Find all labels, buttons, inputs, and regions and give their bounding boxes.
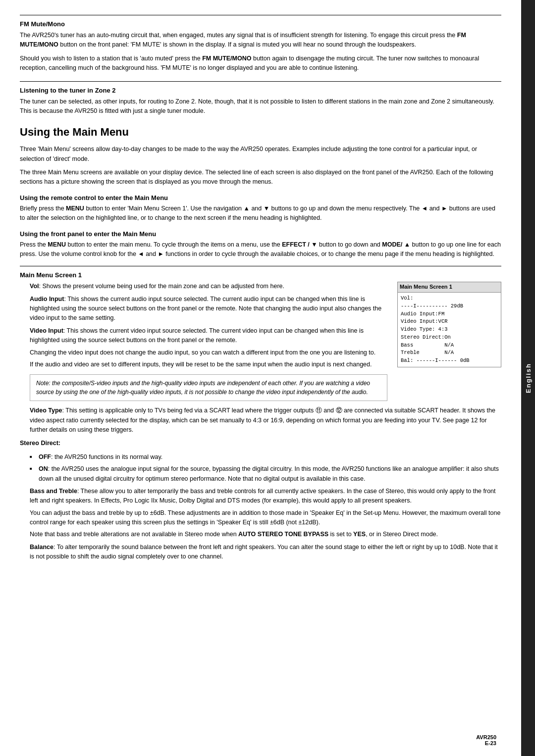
screen-line-stereo: Stereo Direct:On: [401, 334, 498, 342]
audio-input-def: Audio Input: This shows the current audi…: [30, 295, 387, 323]
screen-line-vol-bar: ----I---------- 29dB: [401, 302, 498, 310]
screen-line-bal: Bal: ------I------ 0dB: [401, 357, 498, 365]
screen-line-treble: Treble N/A: [401, 349, 498, 357]
mm-layout: Vol: Shows the present volume being used…: [20, 282, 501, 406]
mm-left-column: Vol: Shows the present volume being used…: [20, 282, 387, 406]
main-menu-intro1: Three 'Main Menu' screens allow day-to-d…: [20, 145, 501, 164]
fm-mute-para2: Should you wish to listen to a station t…: [20, 54, 501, 73]
stereo-off-item: OFF: the AVR250 functions in its normal …: [30, 453, 501, 462]
language-tab: English: [521, 0, 535, 756]
mm-screen1-section: Main Menu Screen 1 Vol: Shows the presen…: [20, 266, 501, 561]
main-menu-heading: Using the Main Menu: [20, 126, 501, 139]
screen-body: Vol: ----I---------- 29dB Audio Input:FM…: [398, 293, 501, 367]
stereo-direct-list: OFF: the AVR250 functions in its normal …: [30, 453, 501, 484]
stereo-on-item: ON: the AVR250 uses the analogue input s…: [30, 464, 501, 484]
screen-line-bass: Bass N/A: [401, 342, 498, 350]
screen-line-video-type: Video Type: 4:3: [401, 326, 498, 334]
zone2-section: Listening to the tuner in Zone 2 The tun…: [20, 81, 501, 116]
screen-title-bar: Main Menu Screen 1: [398, 282, 501, 293]
note-box: Note: the composite/S-video inputs and t…: [30, 374, 387, 401]
main-menu-intro2: The three Main Menu screens are availabl…: [20, 168, 501, 187]
fm-mute-para1: The AVR250's tuner has an auto-muting ci…: [20, 31, 501, 50]
mm-screen1-heading: Main Menu Screen 1: [20, 271, 501, 279]
zone2-heading: Listening to the tuner in Zone 2: [20, 87, 501, 94]
fm-mute-heading: FM Mute/Mono: [20, 20, 501, 28]
model-number: AVR250: [476, 734, 496, 740]
screen-display: Main Menu Screen 1 Vol: ----I---------- …: [397, 282, 501, 367]
page-number: E-23: [476, 740, 496, 746]
stereo-direct-heading: Stereo Direct:: [20, 439, 501, 448]
mm-screen-mockup: Main Menu Screen 1 Vol: ----I---------- …: [397, 282, 501, 367]
page-footer: AVR250 E-23: [476, 734, 496, 746]
screen-line-video-input: Video Input:VCR: [401, 318, 498, 326]
balance-def: Balance: To alter temporarily the sound …: [30, 543, 501, 562]
remote-heading: Using the remote control to enter the Ma…: [20, 194, 501, 202]
video-input-def: Video Input: This shows the current vide…: [30, 326, 387, 370]
remote-text: Briefly press the MENU button to enter '…: [20, 204, 501, 223]
screen-line-vol: Vol:: [401, 295, 498, 302]
zone2-para: The tuner can be selected, as other inpu…: [20, 97, 501, 116]
screen-line-audio: Audio Input:FM: [401, 310, 498, 318]
front-panel-heading: Using the front panel to enter the Main …: [20, 230, 501, 238]
vol-def: Vol: Shows the present volume being used…: [30, 282, 387, 291]
language-label: English: [525, 363, 532, 393]
front-panel-text: Press the MENU button to enter the main …: [20, 240, 501, 259]
video-type-def: Video Type: This setting is applicable o…: [30, 406, 501, 435]
fm-mute-section: FM Mute/Mono The AVR250's tuner has an a…: [20, 15, 501, 73]
bass-treble-def: Bass and Treble: These allow you to alte…: [30, 487, 501, 540]
